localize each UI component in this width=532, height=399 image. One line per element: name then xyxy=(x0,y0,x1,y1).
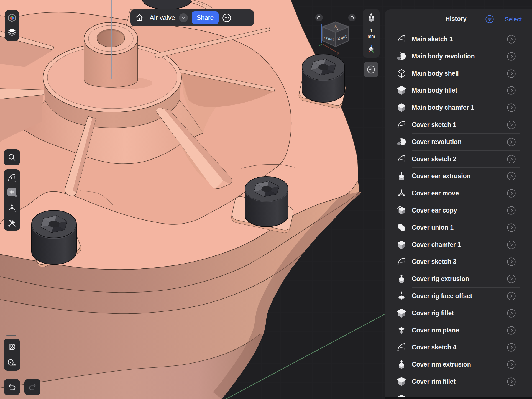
svg-text:X: X xyxy=(337,51,339,56)
